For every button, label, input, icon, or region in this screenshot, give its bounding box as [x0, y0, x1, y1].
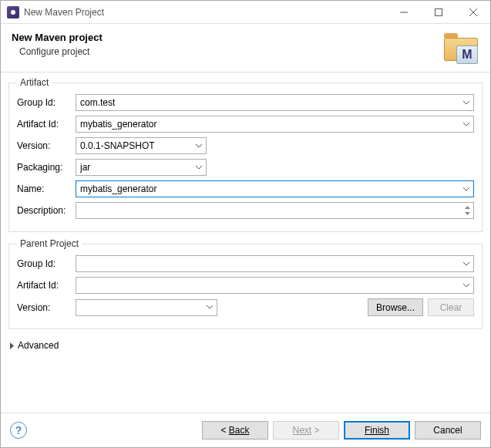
- name-input[interactable]: [76, 180, 474, 197]
- description-field[interactable]: [76, 202, 474, 219]
- parent-legend: Parent Project: [17, 238, 82, 249]
- cancel-button[interactable]: Cancel: [415, 421, 481, 440]
- parent-artifact-id-label: Artifact Id:: [17, 280, 71, 291]
- version-combo[interactable]: [76, 137, 207, 154]
- eclipse-icon: [7, 6, 19, 19]
- packaging-combo[interactable]: [76, 159, 207, 176]
- version-label: Version:: [17, 140, 71, 151]
- window-title: New Maven Project: [24, 7, 386, 18]
- parent-version-label: Version:: [17, 302, 71, 313]
- help-icon[interactable]: ?: [10, 422, 27, 439]
- packaging-input[interactable]: [76, 159, 207, 176]
- description-input[interactable]: [76, 202, 474, 219]
- group-id-input[interactable]: [76, 94, 474, 111]
- artifact-legend: Artifact: [17, 77, 52, 88]
- close-button[interactable]: [456, 1, 490, 23]
- name-label: Name:: [17, 184, 71, 194]
- parent-group-id-combo[interactable]: [76, 255, 474, 272]
- parent-project-group: Parent Project Group Id: Artifact Id: Ve…: [8, 238, 483, 329]
- next-button[interactable]: Next >: [273, 421, 339, 440]
- parent-artifact-id-input[interactable]: [76, 277, 474, 294]
- group-id-label: Group Id:: [17, 97, 71, 108]
- spinner-icon[interactable]: [462, 204, 473, 217]
- page-subtitle: Configure project: [12, 46, 435, 57]
- group-id-combo[interactable]: [76, 94, 474, 111]
- artifact-id-combo[interactable]: [76, 116, 474, 133]
- parent-group-id-label: Group Id:: [17, 258, 71, 269]
- finish-button[interactable]: Finish: [344, 421, 410, 440]
- artifact-id-label: Artifact Id:: [17, 119, 71, 130]
- advanced-label: Advanced: [18, 340, 59, 351]
- artifact-id-input[interactable]: [76, 116, 474, 133]
- maximize-button[interactable]: [421, 1, 456, 23]
- wizard-header: New Maven project Configure project M: [1, 24, 490, 72]
- maven-wizard-icon: M: [442, 32, 479, 66]
- browse-button[interactable]: Browse...: [368, 298, 423, 316]
- parent-version-input[interactable]: [76, 299, 217, 316]
- svg-rect-1: [435, 8, 442, 15]
- artifact-group: Artifact Group Id: Artifact Id: Version:: [8, 77, 483, 232]
- chevron-right-icon: [10, 342, 15, 349]
- minimize-button[interactable]: [386, 1, 421, 23]
- advanced-toggle[interactable]: Advanced: [8, 335, 483, 355]
- content-area: Artifact Group Id: Artifact Id: Version:: [1, 72, 490, 413]
- title-bar: New Maven Project: [1, 1, 490, 24]
- name-combo[interactable]: [76, 180, 474, 197]
- clear-button[interactable]: Clear: [428, 298, 474, 316]
- description-label: Description:: [17, 205, 71, 216]
- wizard-footer: ? < Back Next > Finish Cancel: [1, 413, 490, 447]
- parent-artifact-id-combo[interactable]: [76, 277, 474, 294]
- back-button[interactable]: < Back: [202, 421, 268, 440]
- packaging-label: Packaging:: [17, 162, 71, 173]
- parent-group-id-input[interactable]: [76, 255, 474, 272]
- page-title: New Maven project: [12, 32, 435, 43]
- parent-version-combo[interactable]: [76, 299, 217, 316]
- version-input[interactable]: [76, 137, 207, 154]
